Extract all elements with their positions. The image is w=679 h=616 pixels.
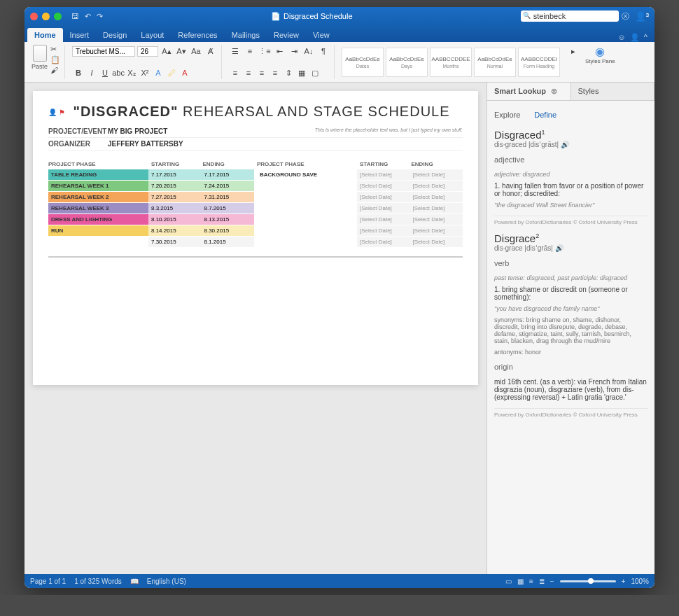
outline-icon[interactable]: ≣ bbox=[539, 578, 545, 585]
strike-button[interactable]: abc bbox=[112, 66, 125, 79]
style-item[interactable]: AaBbCcDdEeDates bbox=[342, 48, 384, 77]
read-mode-icon[interactable]: ▭ bbox=[505, 578, 512, 585]
copy-icon[interactable]: 📋 bbox=[50, 55, 60, 64]
close-window-button[interactable] bbox=[30, 13, 38, 20]
highlight-icon[interactable]: 🖊 bbox=[165, 66, 178, 79]
document-title: 📄 Disgraced Schedule bbox=[103, 12, 521, 21]
text-effects-icon[interactable]: A bbox=[152, 66, 164, 79]
styles-pane-button[interactable]: ◉ Styles Pane bbox=[582, 45, 618, 79]
explore-subtab[interactable]: Explore bbox=[494, 111, 520, 119]
styles-tab[interactable]: Styles bbox=[571, 83, 655, 100]
outdent-icon[interactable]: ⇤ bbox=[273, 45, 286, 57]
phase-row: TABLE READING7.17.20157.17.2015 bbox=[48, 169, 254, 180]
superscript-button[interactable]: X² bbox=[139, 66, 151, 79]
undo-icon[interactable]: ↶ bbox=[85, 12, 91, 21]
document-area[interactable]: 👤⚑ "DISGRACED" REHEARSAL AND STAGE SCHED… bbox=[24, 83, 486, 574]
user-badge[interactable]: 👤³ bbox=[635, 11, 649, 22]
search-input[interactable]: steinbeck bbox=[521, 10, 619, 22]
tab-review[interactable]: Review bbox=[267, 28, 306, 42]
synonyms: synonyms: bring shame on, shame, dishono… bbox=[494, 316, 648, 344]
smart-lookup-tab[interactable]: Smart Lookup ⊗ bbox=[487, 83, 571, 100]
align-left-icon[interactable]: ≡ bbox=[229, 66, 241, 79]
change-case-icon[interactable]: Aa bbox=[190, 45, 202, 57]
shading-icon[interactable]: ▦ bbox=[295, 66, 308, 79]
tab-insert[interactable]: Insert bbox=[63, 28, 97, 42]
phase-row: REHEARSAL WEEK 27.27.20157.31.2015 bbox=[48, 192, 254, 202]
maximize-window-button[interactable] bbox=[54, 13, 62, 20]
tab-mailings[interactable]: Mailings bbox=[225, 28, 267, 42]
print-layout-icon[interactable]: ▦ bbox=[517, 578, 524, 585]
language-status[interactable]: English (US) bbox=[147, 578, 186, 585]
sort-icon[interactable]: A↓ bbox=[302, 45, 315, 57]
justify-icon[interactable]: ≡ bbox=[269, 66, 281, 79]
multilevel-icon[interactable]: ⋮≡ bbox=[258, 45, 271, 57]
flag-tag-icon[interactable]: ⚑ bbox=[59, 108, 66, 116]
tab-view[interactable]: View bbox=[306, 28, 337, 42]
person-tag-icon[interactable]: 👤 bbox=[48, 108, 57, 116]
borders-icon[interactable]: ▢ bbox=[309, 66, 321, 79]
spellcheck-icon[interactable]: 📖 bbox=[130, 578, 139, 585]
define-subtab[interactable]: Define bbox=[534, 111, 556, 119]
align-right-icon[interactable]: ≡ bbox=[255, 66, 268, 79]
clipboard-group: Paste ✂ 📋 🖌 bbox=[27, 45, 65, 79]
numbering-icon[interactable]: ≡ bbox=[244, 45, 256, 57]
pilcrow-icon[interactable]: ¶ bbox=[317, 45, 330, 57]
save-icon[interactable]: 🖫 bbox=[71, 12, 79, 21]
font-selector[interactable]: Trebuchet MS... bbox=[72, 46, 135, 57]
paste-button[interactable]: Paste bbox=[31, 45, 48, 74]
tab-design[interactable]: Design bbox=[96, 28, 134, 42]
close-panel-icon[interactable]: ⊗ bbox=[548, 87, 560, 95]
tab-references[interactable]: References bbox=[171, 28, 224, 42]
ribbon: Paste ✂ 📋 🖌 Trebuchet MS... 26 A▴ A▾ Aa … bbox=[24, 42, 654, 83]
bullets-icon[interactable]: ☰ bbox=[229, 45, 241, 57]
redo-icon[interactable]: ↷ bbox=[97, 12, 103, 21]
style-item[interactable]: AABBCCDDEIForm Heading bbox=[518, 48, 560, 77]
styles-pane-label: Styles Pane bbox=[585, 58, 615, 64]
search-clear-icon[interactable]: ⓧ bbox=[622, 11, 629, 22]
subpos-1: adjective: disgraced bbox=[494, 171, 648, 178]
share-icon[interactable]: 👤 bbox=[630, 33, 640, 42]
font-size-selector[interactable]: 26 bbox=[137, 46, 158, 57]
word-count[interactable]: 1 of 325 Words bbox=[74, 578, 122, 585]
format-painter-icon[interactable]: 🖌 bbox=[50, 66, 60, 74]
styles-more-icon[interactable]: ▸ bbox=[567, 45, 580, 57]
tab-layout[interactable]: Layout bbox=[134, 28, 171, 42]
bold-button[interactable]: B bbox=[72, 66, 85, 79]
align-center-icon[interactable]: ≡ bbox=[242, 66, 255, 79]
dict-word-2: Disgrace2 bbox=[494, 232, 648, 244]
phase-row: [Select Date][Select Date] bbox=[257, 203, 463, 214]
phase-row: [Select Date][Select Date] bbox=[257, 225, 463, 236]
style-item[interactable]: AABBCCDDEEMonths bbox=[430, 48, 472, 77]
cut-icon[interactable]: ✂ bbox=[50, 45, 60, 54]
attribution-2: Powered by OxfordDictionaries © Oxford U… bbox=[494, 408, 648, 418]
speaker-icon[interactable]: 🔊 bbox=[555, 244, 564, 252]
subscript-button[interactable]: X₂ bbox=[125, 66, 138, 79]
zoom-in-icon[interactable]: + bbox=[622, 578, 626, 585]
indent-icon[interactable]: ⇥ bbox=[288, 45, 300, 57]
example-1: "the disgraced Wall Street financier" bbox=[494, 202, 648, 209]
zoom-level[interactable]: 100% bbox=[631, 578, 649, 585]
speaker-icon[interactable]: 🔊 bbox=[561, 141, 569, 148]
minimize-window-button[interactable] bbox=[42, 13, 50, 20]
dict-word-1: Disgraced1 bbox=[494, 129, 648, 141]
shrink-font-icon[interactable]: A▾ bbox=[175, 45, 188, 57]
line-spacing-icon[interactable]: ⇕ bbox=[282, 66, 295, 79]
web-layout-icon[interactable]: ≡ bbox=[529, 578, 533, 585]
zoom-out-icon[interactable]: − bbox=[550, 578, 554, 585]
clear-format-icon[interactable]: A̸ bbox=[204, 45, 217, 57]
collapse-ribbon-icon[interactable]: ^ bbox=[644, 33, 648, 42]
style-item[interactable]: AaBbCcDdEeDays bbox=[386, 48, 428, 77]
zoom-slider[interactable] bbox=[560, 580, 616, 582]
title-rest: REHEARSAL AND STAGE SCHEDULE bbox=[178, 104, 450, 119]
smile-icon[interactable]: ☺ bbox=[618, 33, 626, 42]
font-color-icon[interactable]: A bbox=[178, 66, 191, 79]
underline-button[interactable]: U bbox=[99, 66, 111, 79]
definition-2: 1. bring shame or discredit on (someone … bbox=[494, 286, 648, 301]
title-text: Disgraced Schedule bbox=[284, 12, 352, 20]
page-status[interactable]: Page 1 of 1 bbox=[30, 578, 66, 585]
grow-font-icon[interactable]: A▴ bbox=[160, 45, 173, 57]
tab-home[interactable]: Home bbox=[27, 28, 63, 42]
style-item[interactable]: AaBbCcDdEeNormal bbox=[474, 48, 516, 77]
italic-button[interactable]: I bbox=[85, 66, 98, 79]
phase-row: RUN8.14.20158.30.2015 bbox=[48, 225, 254, 236]
